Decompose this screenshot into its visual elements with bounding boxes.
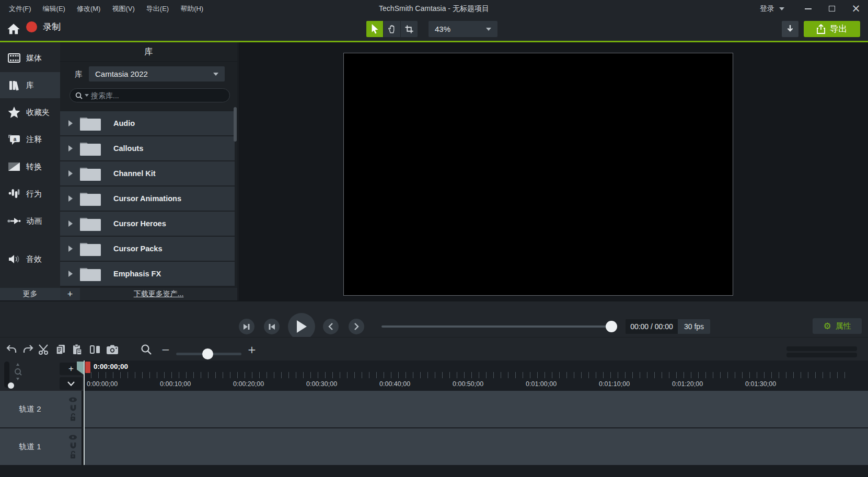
sidebar-item-behaviors[interactable]: 行为 xyxy=(0,181,60,207)
home-button[interactable] xyxy=(6,22,21,37)
selection-tool-button[interactable] xyxy=(366,21,383,37)
sidebar-item-label: 收藏夹 xyxy=(26,108,50,118)
expand-caret-icon[interactable] xyxy=(68,246,73,252)
track-1-lane[interactable] xyxy=(84,428,868,465)
library-folder-channel-kit[interactable]: Channel Kit xyxy=(60,161,235,185)
unlock-icon[interactable] xyxy=(70,413,76,421)
menu-export[interactable]: 导出(E) xyxy=(141,4,175,14)
menu-help[interactable]: 帮助(H) xyxy=(175,4,209,14)
menu-view[interactable]: 视图(V) xyxy=(106,4,140,14)
timeline-zoom-button[interactable] xyxy=(139,343,154,356)
maximize-button[interactable] xyxy=(820,0,844,17)
minimize-button[interactable] xyxy=(796,0,820,17)
folder-name: Emphasis FX xyxy=(113,270,161,278)
download-more-assets-link[interactable]: 下载更多资产... xyxy=(80,289,237,299)
expand-caret-icon[interactable] xyxy=(68,120,73,126)
expand-caret-icon[interactable] xyxy=(68,145,73,152)
chevron-down-icon xyxy=(85,94,89,97)
track-2-header[interactable]: 轨道 2 xyxy=(0,391,83,427)
track-1-header[interactable]: 轨道 1 xyxy=(0,428,83,465)
track-height-slider[interactable] xyxy=(4,362,9,388)
unlock-icon[interactable] xyxy=(70,451,76,459)
menu-edit[interactable]: 编辑(E) xyxy=(37,4,71,14)
sidebar-item-library[interactable]: 库 xyxy=(0,72,60,98)
ruler-label: 0:01:20;00 xyxy=(672,380,703,388)
split-button[interactable] xyxy=(88,343,102,356)
folder-icon xyxy=(79,115,102,131)
magnet-icon[interactable] xyxy=(70,404,77,412)
library-folder-cursor-packs[interactable]: Cursor Packs xyxy=(60,237,235,261)
record-button[interactable]: 录制 xyxy=(26,21,61,33)
expand-caret-icon[interactable] xyxy=(68,195,73,202)
library-folder-audio[interactable]: Audio xyxy=(60,111,235,135)
sidebar-item-transitions[interactable]: 转换 xyxy=(0,154,60,180)
copy-button[interactable] xyxy=(53,343,68,356)
expand-caret-icon[interactable] xyxy=(68,170,73,177)
timeline-collapse-button[interactable] xyxy=(60,377,83,390)
expand-caret-icon[interactable] xyxy=(68,220,73,227)
library-add-button[interactable]: + xyxy=(60,288,80,300)
library-scrollbar[interactable] xyxy=(234,107,237,142)
magnet-icon[interactable] xyxy=(70,441,77,449)
ruler-ticks xyxy=(84,372,847,378)
eye-icon[interactable] xyxy=(68,435,77,440)
library-folder-cursor-heroes[interactable]: Cursor Heroes xyxy=(60,212,235,236)
sidebar-item-media[interactable]: 媒体 xyxy=(0,45,60,71)
timeline-zoom-knob[interactable] xyxy=(202,348,213,359)
library-folder-callouts[interactable]: Callouts xyxy=(60,136,235,160)
chevron-down-icon xyxy=(67,381,75,386)
ruler-label: 0:00:40;00 xyxy=(379,380,410,388)
track-2-lane[interactable] xyxy=(84,391,868,427)
playhead-line[interactable] xyxy=(84,360,85,465)
library-folder-cursor-animations[interactable]: Cursor Animations xyxy=(60,187,235,211)
export-button[interactable]: 导出 xyxy=(804,21,860,37)
expand-caret-icon[interactable] xyxy=(68,271,73,277)
step-back-button[interactable] xyxy=(239,319,254,334)
cut-button[interactable] xyxy=(37,343,51,356)
library-dropdown[interactable]: Camtasia 2022 xyxy=(89,66,225,82)
step-back-icon xyxy=(243,323,250,330)
download-button[interactable] xyxy=(782,21,798,37)
play-icon xyxy=(296,320,307,333)
seek-slider-knob[interactable] xyxy=(606,321,617,332)
sidebar-item-annotations[interactable]: a 注释 xyxy=(0,126,60,153)
timeline-scrollbar-horizontal-2[interactable] xyxy=(786,353,857,357)
canvas-zoom-value: 43% xyxy=(435,25,450,33)
paste-button[interactable] xyxy=(70,343,85,356)
sidebar-item-favorites[interactable]: 收藏夹 xyxy=(0,99,60,125)
sidebar-more-button[interactable]: 更多 xyxy=(0,288,60,300)
step-forward-button[interactable] xyxy=(264,319,280,334)
chevron-left-icon xyxy=(328,323,333,330)
redo-button[interactable] xyxy=(21,343,36,356)
preview-canvas[interactable] xyxy=(343,53,733,296)
zoom-out-button[interactable]: − xyxy=(158,343,173,356)
timeline-ruler[interactable]: 0:00:00;00 0:00:10;00 0:00:20;00 0:00:30… xyxy=(84,360,868,391)
fps-display[interactable]: 30 fps xyxy=(678,319,710,334)
jump-forward-button[interactable] xyxy=(349,319,364,334)
zoom-in-button[interactable]: + xyxy=(245,343,259,356)
time-display: 00:00 / 00:00 xyxy=(626,319,678,334)
screenshot-button[interactable] xyxy=(105,343,120,356)
seek-slider[interactable] xyxy=(381,325,616,328)
login-label: 登录 xyxy=(760,4,774,14)
jump-back-button[interactable] xyxy=(323,319,339,334)
library-search-box[interactable] xyxy=(70,88,230,102)
properties-button[interactable]: ⚙ 属性 xyxy=(813,318,862,334)
undo-button[interactable] xyxy=(4,343,19,356)
sidebar-item-audio-effects[interactable]: 音效 xyxy=(0,246,60,272)
timeline-scrollbar-horizontal[interactable] xyxy=(786,346,857,351)
library-search-input[interactable] xyxy=(91,91,206,100)
eye-icon[interactable] xyxy=(68,397,77,402)
sidebar-item-animations[interactable]: 动画 xyxy=(0,208,60,234)
library-folder-emphasis-fx[interactable]: Emphasis FX xyxy=(60,262,235,286)
pan-tool-button[interactable] xyxy=(384,21,400,37)
menu-file[interactable]: 文件(F) xyxy=(3,4,37,14)
playhead-marker-icon[interactable] xyxy=(85,362,90,373)
play-button[interactable] xyxy=(288,313,315,340)
crop-tool-button[interactable] xyxy=(401,21,418,37)
login-button[interactable]: 登录 xyxy=(760,4,784,14)
close-button[interactable]: × xyxy=(844,0,868,17)
step-forward-icon xyxy=(268,323,275,330)
canvas-zoom-dropdown[interactable]: 43% xyxy=(429,21,497,37)
menu-modify[interactable]: 修改(M) xyxy=(71,4,107,14)
